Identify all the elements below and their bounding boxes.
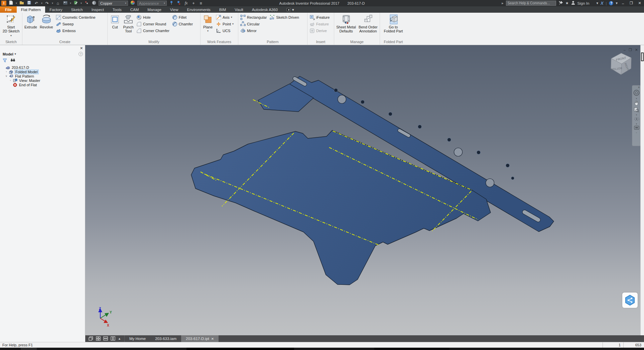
- panel-label-modify[interactable]: Modify: [108, 39, 200, 45]
- tile-horizontal-icon[interactable]: [103, 336, 108, 341]
- tile-vertical-icon[interactable]: [111, 336, 115, 341]
- appearance-select[interactable]: Appearance▾: [137, 1, 167, 6]
- material-ball-icon[interactable]: [91, 1, 97, 6]
- sketch-driven-pattern-button[interactable]: Sketch Driven: [268, 14, 300, 20]
- tab-factory[interactable]: Factory: [45, 6, 67, 13]
- chamfer-button[interactable]: Chamfer: [171, 21, 194, 27]
- panel-label-insert[interactable]: Insert: [307, 39, 334, 45]
- material-select[interactable]: Copper▾: [99, 1, 128, 6]
- tab-manage[interactable]: Manage: [143, 6, 166, 13]
- tab-bim[interactable]: BIM: [215, 6, 230, 13]
- tab-vault[interactable]: Vault: [230, 6, 247, 13]
- zoom-icon[interactable]: [634, 107, 639, 113]
- tree-node-flat-pattern[interactable]: ∨ Flat Pattern: [1, 74, 85, 78]
- tile-windows-icon[interactable]: [96, 336, 101, 341]
- corner-round-button[interactable]: Corner Round: [135, 21, 170, 27]
- bend-order-annotation-button[interactable]: Bend Order Annotation: [358, 14, 379, 34]
- tab-view[interactable]: View: [166, 6, 183, 13]
- pan-hand-icon[interactable]: [634, 100, 639, 106]
- save-icon[interactable]: [26, 1, 32, 6]
- start-2d-sketch-button[interactable]: Start 2D Sketch ▾: [1, 14, 21, 38]
- inventor-logo-icon[interactable]: I: [1, 1, 6, 6]
- corner-chamfer-button[interactable]: Corner Chamfer: [135, 27, 170, 34]
- panel-label-work-features[interactable]: Work Features: [201, 39, 238, 45]
- go-to-folded-part-button[interactable]: Go to Folded Part: [383, 14, 404, 34]
- help-icon[interactable]: ?: [609, 1, 613, 5]
- help-caret[interactable]: ▾: [616, 1, 618, 5]
- search-input[interactable]: Search Help & Commands...: [506, 1, 556, 6]
- tab-tools[interactable]: Tools: [108, 6, 126, 13]
- tabbar-expand-icon[interactable]: ▲: [118, 337, 121, 340]
- tab-flat-pattern[interactable]: Flat Pattern: [17, 6, 45, 13]
- adjust-appearance-icon[interactable]: [169, 1, 174, 6]
- graphics-viewport[interactable]: Z Y X – ❐ ✕ FRONT BOTTOM RIGHT ✕: [85, 45, 644, 335]
- panel-label-folded-part[interactable]: Folded Part: [380, 39, 407, 45]
- tab-environments[interactable]: Environments: [183, 6, 215, 13]
- browser-title-caret[interactable]: ▾: [15, 52, 16, 55]
- browser-close-icon[interactable]: ✕: [79, 46, 84, 50]
- fillet-button[interactable]: Fillet: [171, 14, 194, 20]
- navbar-more-chevron[interactable]: ⌄: [636, 131, 638, 133]
- orbit-icon[interactable]: [634, 117, 639, 122]
- ucs-button[interactable]: UCS: [215, 27, 235, 34]
- sweep-button[interactable]: Sweep: [55, 21, 97, 27]
- render-caret[interactable]: ▾: [70, 2, 71, 5]
- ifeature-button[interactable]: iFeature: [308, 14, 331, 20]
- measure-icon[interactable]: [84, 1, 89, 6]
- tab-file[interactable]: File: [0, 6, 17, 13]
- browser-find-icon[interactable]: [10, 59, 15, 63]
- cascade-windows-icon[interactable]: [89, 336, 93, 341]
- tree-node-root[interactable]: 203-617-D: [1, 65, 85, 70]
- tab-my-home[interactable]: My Home: [125, 335, 150, 342]
- navbar-close-icon[interactable]: ✕: [638, 86, 640, 89]
- circular-pattern-button[interactable]: Circular: [239, 21, 268, 27]
- look-at-icon[interactable]: [634, 126, 639, 130]
- tab-autodesk-a360[interactable]: Autodesk A360: [248, 6, 282, 13]
- navwheel-caret[interactable]: ▾: [636, 98, 637, 99]
- sheet-metal-defaults-button[interactable]: Sheet Metal Defaults: [335, 14, 357, 34]
- zoom-caret[interactable]: ▾: [636, 114, 637, 116]
- parameters-fx-icon[interactable]: fx: [183, 1, 189, 6]
- cut-button[interactable]: Cut: [109, 14, 121, 30]
- point-button[interactable]: Point▾: [215, 21, 235, 27]
- punch-tool-button[interactable]: Punch Tool: [122, 14, 135, 34]
- ribbon-display-options[interactable]: ▾: [282, 6, 298, 13]
- browser-help-icon[interactable]: ?: [79, 52, 83, 56]
- tree-node-end-of-flat[interactable]: End of Flat: [1, 83, 85, 87]
- docked-panel-tab-icon[interactable]: [641, 52, 644, 61]
- doc-close-icon[interactable]: ✕: [635, 48, 638, 52]
- tab-203-617-d-ipt[interactable]: 203-617-D.ipt✕: [181, 335, 219, 342]
- iproperties-caret[interactable]: ▾: [81, 2, 82, 5]
- redo-icon[interactable]: ↷: [44, 1, 50, 6]
- mirror-button[interactable]: Mirror: [239, 27, 268, 34]
- shared-views-button[interactable]: [622, 293, 638, 308]
- orbit-caret[interactable]: ▾: [636, 123, 637, 125]
- expand-collapsed-icon[interactable]: ›: [5, 70, 8, 73]
- hole-button[interactable]: Hole: [135, 14, 170, 20]
- expand-arrow-icon[interactable]: ▸: [502, 1, 504, 5]
- tree-node-view-master[interactable]: › View: Master: [1, 78, 85, 83]
- tab-inspect[interactable]: Inspect: [87, 6, 108, 13]
- browser-title[interactable]: Model: [3, 52, 13, 56]
- restore-button[interactable]: ❐: [628, 1, 634, 5]
- docked-panel-strip[interactable]: [640, 45, 644, 335]
- search-satellite-icon[interactable]: [558, 1, 563, 6]
- favorites-star-icon[interactable]: ★: [565, 1, 569, 5]
- revolve-button[interactable]: Revolve: [39, 14, 54, 30]
- sign-in-label[interactable]: Sign In: [577, 1, 590, 5]
- iproperties-icon[interactable]: [73, 1, 79, 6]
- rectangular-pattern-button[interactable]: Rectangular: [239, 14, 268, 20]
- clear-appearance-icon[interactable]: [176, 1, 181, 6]
- tab-203-633-iam[interactable]: 203-633.iam: [150, 335, 181, 342]
- new-file-caret[interactable]: ▾: [16, 2, 17, 5]
- view-cube[interactable]: FRONT BOTTOM RIGHT: [607, 51, 634, 76]
- cosmetic-centerline-button[interactable]: Cosmetic Centerline: [55, 14, 97, 20]
- navigation-bar[interactable]: ✕ ▾ ▾ ▾ ⌄: [632, 85, 641, 146]
- minimize-button[interactable]: –: [620, 1, 626, 5]
- tab-cam[interactable]: CAM: [126, 6, 143, 13]
- add-qat-icon[interactable]: +: [191, 1, 196, 6]
- close-button[interactable]: ✕: [637, 1, 643, 5]
- plane-button[interactable]: Plane ▾: [202, 14, 214, 34]
- sign-in-caret[interactable]: ▾: [596, 1, 598, 5]
- home-icon[interactable]: ⌂: [55, 1, 60, 6]
